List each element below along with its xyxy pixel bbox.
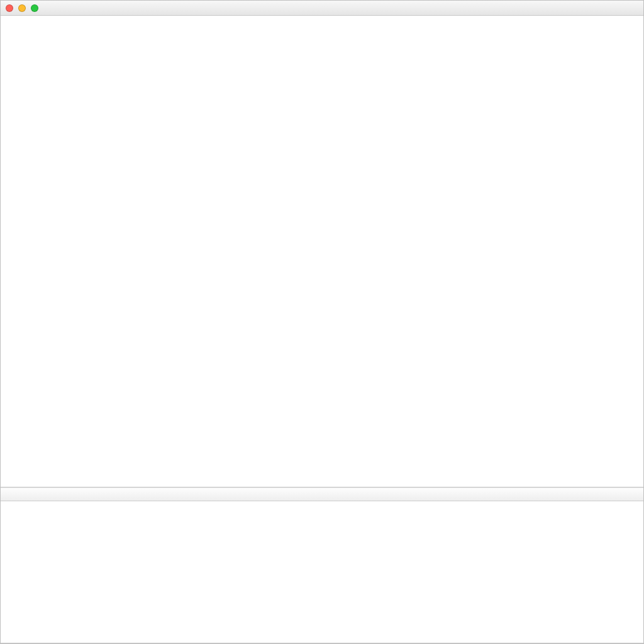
log-window bbox=[0, 0, 644, 644]
zoom-icon[interactable] bbox=[31, 4, 38, 12]
main-log-pane[interactable] bbox=[1, 16, 643, 487]
bottom-panel-header[interactable] bbox=[1, 487, 643, 501]
titlebar[interactable] bbox=[1, 1, 643, 16]
close-icon[interactable] bbox=[6, 4, 13, 12]
minimize-icon[interactable] bbox=[18, 4, 26, 12]
window-controls bbox=[6, 4, 38, 12]
secondary-log-pane[interactable] bbox=[1, 501, 643, 643]
